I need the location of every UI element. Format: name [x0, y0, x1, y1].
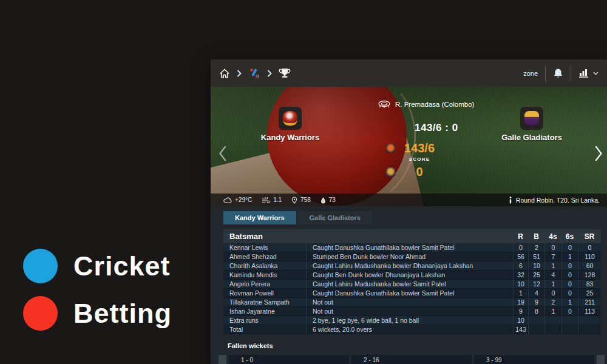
score-block: 143/6 SCORE 0: [386, 141, 438, 178]
strike-rate-value: 110: [578, 252, 601, 261]
strike-rate-value: 128: [578, 271, 601, 279]
runs-value: 9: [513, 307, 528, 315]
table-row: Angelo Perera Caught Lahiru Madushanka b…: [223, 280, 601, 289]
away-team-block: Galle Gladiators: [504, 107, 559, 142]
carousel-next-icon[interactable]: [594, 145, 603, 162]
humidity-value: 73: [329, 197, 336, 203]
trophy-icon[interactable]: [279, 68, 291, 78]
runs-value: 56: [513, 252, 528, 261]
sixes-value: 1: [561, 298, 578, 306]
strike-rate-value: 0: [578, 243, 601, 252]
balls-value: [528, 325, 544, 334]
fours-value: [544, 316, 561, 325]
col-sixes: 6s: [561, 232, 578, 241]
batsman-name: Tillakaratne Sampath: [223, 298, 307, 306]
batsman-name: Rovman Powell: [223, 289, 307, 297]
carousel-prev-icon[interactable]: [218, 145, 227, 162]
batsman-name: Extra runs: [223, 316, 307, 325]
sixes-value: [561, 325, 578, 334]
strike-rate-value: 60: [578, 261, 601, 270]
pressure-value: 758: [300, 197, 311, 203]
team-tabs: Kandy Warriors Galle Gladiators: [223, 211, 601, 224]
balls-value: 10: [528, 261, 544, 270]
home-team-mini-logo: [386, 144, 395, 153]
brand-red-dot: [23, 296, 58, 331]
away-team-name: Galle Gladiators: [501, 133, 562, 142]
home-score: 143/6: [401, 141, 438, 155]
wicket-strip-edge: [219, 355, 226, 364]
sixes-value: 0: [561, 271, 578, 279]
stats-dropdown-button[interactable]: [578, 68, 599, 78]
wicket-strip-edge: [597, 355, 605, 364]
balls-value: 2: [528, 243, 544, 252]
brand-title-line1: Cricket: [73, 249, 172, 283]
col-runs: R: [513, 232, 528, 241]
dismissal-text: Caught Lahiru Madushanka bowler Dhananja…: [307, 261, 513, 270]
sixes-value: 1: [561, 252, 578, 261]
balls-value: 51: [528, 252, 544, 261]
balls-value: 12: [528, 280, 544, 288]
table-row: Extra runs 2 bye, 1 leg bye, 6 wide ball…: [223, 316, 601, 325]
sixes-value: 0: [561, 307, 578, 315]
dismissal-text: 6 wickets, 20.0 overs: [307, 325, 513, 334]
fallen-wickets-strip[interactable]: 1 - 02 - 163 - 99: [219, 355, 601, 364]
dismissal-text: Caught Danushka Gunathilaka bowler Samit…: [307, 243, 513, 252]
fours-value: 7: [544, 252, 561, 261]
bell-icon[interactable]: [553, 68, 563, 79]
table-row: Ahmed Shehzad Stumped Ben Dunk bowler No…: [223, 252, 601, 261]
runs-value: 10: [513, 280, 528, 288]
batsman-table-header: Batsman R B 4s 6s SR: [223, 229, 601, 243]
balls-value: 8: [528, 307, 544, 315]
zone-button[interactable]: zone: [523, 70, 538, 77]
balls-value: 25: [528, 271, 544, 279]
col-balls: B: [528, 232, 544, 241]
dismissal-text: Stumped Ben Dunk bowler Noor Ahmad: [307, 252, 513, 261]
wind-icon: [262, 197, 270, 203]
dismissal-text: Not out: [307, 307, 513, 315]
sixes-value: 0: [561, 243, 578, 252]
sixes-value: [561, 316, 578, 325]
strike-rate-value: 25: [578, 289, 601, 297]
fours-value: 2: [544, 298, 561, 306]
batsman-name: Charith Asalanka: [223, 261, 307, 270]
fours-value: [544, 325, 561, 334]
batsman-name: Ishan Jayaratne: [223, 307, 307, 315]
brand-blue-dot: [23, 249, 58, 283]
dismissal-text: Caught Danushka Gunathilaka bowler Samit…: [307, 289, 513, 297]
dismissal-text: 2 bye, 1 leg bye, 6 wide ball, 1 no ball: [307, 316, 513, 325]
cricket-icon[interactable]: [248, 68, 260, 79]
sixes-value: 0: [561, 261, 578, 270]
home-team-block: Kandy Warriors: [263, 107, 317, 142]
match-score: 143/6 : 0: [415, 122, 458, 134]
strike-rate-value: [578, 316, 601, 325]
tab-kandy-warriors[interactable]: Kandy Warriors: [223, 211, 296, 224]
table-title: Batsman: [223, 232, 513, 241]
tab-galle-gladiators[interactable]: Galle Gladiators: [298, 211, 372, 224]
dismissal-text: Caught Ben Dunk bowler Dhananjaya Laksha…: [307, 271, 513, 279]
batsman-table-body: Kennar Lewis Caught Danushka Gunathilaka…: [223, 243, 601, 334]
brand-title-line2: Betting: [73, 296, 172, 331]
batsman-name: Kamindu Mendis: [223, 271, 307, 279]
table-row: Kamindu Mendis Caught Ben Dunk bowler Dh…: [223, 271, 601, 280]
pressure-item: 758: [291, 197, 311, 204]
sixes-value: 0: [561, 280, 578, 288]
strike-rate-value: 211: [578, 298, 601, 306]
dismissal-text: Not out: [307, 298, 513, 306]
fallen-wicket-cell: 2 - 16: [351, 355, 472, 364]
runs-value: 6: [513, 261, 528, 270]
batsman-name: Ahmed Shehzad: [223, 252, 307, 261]
batsman-name: Angelo Perera: [223, 280, 307, 288]
col-fours: 4s: [544, 232, 561, 241]
fours-value: 0: [544, 289, 561, 297]
fours-value: 0: [544, 243, 561, 252]
away-team-mini-logo: [386, 167, 395, 177]
runs-value: 0: [513, 243, 528, 252]
info-icon: [509, 197, 512, 204]
strike-rate-value: 83: [578, 280, 601, 288]
home-icon[interactable]: [219, 69, 230, 78]
strike-rate-value: 113: [578, 307, 601, 315]
fallen-wicket-cell: 3 - 99: [474, 355, 594, 364]
strike-rate-value: [578, 325, 601, 334]
balls-value: [528, 316, 544, 325]
app-window: zone: [211, 59, 607, 364]
